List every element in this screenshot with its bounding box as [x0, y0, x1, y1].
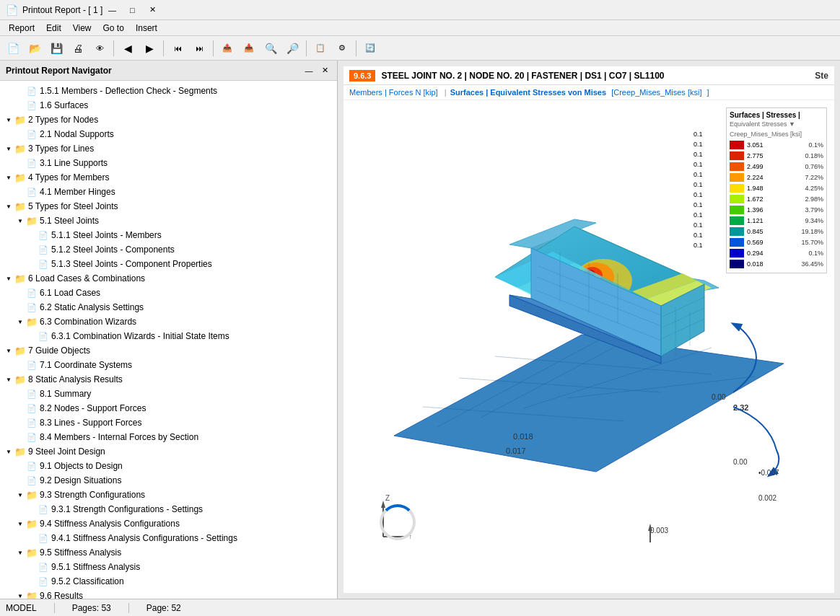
tree-item[interactable]: 📄2.1 Nodal Supports — [0, 127, 337, 141]
menu-insert[interactable]: Insert — [130, 22, 163, 35]
tree-item[interactable]: ▼📁9 Steel Joint Design — [0, 444, 337, 459]
doc-icon: 📄 — [26, 100, 38, 111]
toolbar-refresh[interactable]: 🔄 — [360, 39, 380, 58]
tree-item[interactable]: ▼📁8 Static Analysis Results — [0, 372, 337, 387]
toolbar-zoom-out[interactable]: 🔎 — [282, 39, 302, 58]
color-legend: Surfaces | Stresses | Equivalent Stresse… — [726, 107, 827, 273]
tree-toggle-icon[interactable]: ▼ — [3, 172, 14, 183]
toolbar-new[interactable]: 📄 — [3, 39, 23, 58]
tree-item[interactable]: 📄6.1 Load Cases — [0, 286, 337, 300]
close-button[interactable]: ✕ — [143, 3, 162, 17]
tree-label: 8.1 Summary — [40, 389, 91, 399]
toolbar-last[interactable]: ⏭ — [189, 39, 209, 58]
tree-toggle-icon[interactable]: ▼ — [14, 518, 26, 529]
tree-toggle-icon — [14, 302, 26, 313]
tree-item[interactable]: ▼📁3 Types for Lines — [0, 141, 337, 156]
toolbar-open[interactable]: 📂 — [25, 39, 45, 58]
toolbar-first[interactable]: ⏮ — [167, 39, 188, 58]
tree-item[interactable]: 📄5.1.1 Steel Joints - Members — [0, 228, 337, 242]
menu-edit[interactable]: Edit — [40, 22, 67, 35]
toolbar-import[interactable]: 📥 — [239, 39, 259, 58]
tree-item[interactable]: 📄9.5.2 Classification — [0, 574, 337, 589]
tree-item[interactable]: 📄9.1 Objects to Design — [0, 459, 337, 473]
menu-report[interactable]: Report — [3, 22, 40, 35]
tree-item[interactable]: 📄3.1 Line Supports — [0, 156, 337, 170]
tree-item[interactable]: 📄9.2 Design Situations — [0, 473, 337, 488]
toolbar-settings[interactable]: ⚙ — [332, 39, 352, 58]
tree-item[interactable]: ▼📁5 Types for Steel Joints — [0, 199, 337, 214]
tree-item[interactable]: 📄1.5.1 Members - Deflection Check - Segm… — [0, 84, 337, 98]
doc-icon: 📄 — [26, 128, 38, 140]
toolbar-next[interactable]: ▶ — [139, 39, 159, 58]
tree-item[interactable]: 📄5.1.3 Steel Joints - Component Properti… — [0, 257, 337, 271]
tree-item[interactable]: ▼📁9.5 Stiffness Analysis — [0, 545, 337, 560]
toolbar-save[interactable]: 💾 — [46, 39, 66, 58]
toolbar-export[interactable]: 📤 — [217, 39, 237, 58]
tree-toggle-icon — [14, 128, 26, 140]
section-badge: 9.6.3 — [349, 70, 375, 82]
tree-item[interactable]: 📄6.3.1 Combination Wizards - Initial Sta… — [0, 329, 337, 343]
page-title: STEEL JOINT NO. 2 | NODE NO. 20 | FASTEN… — [381, 71, 815, 81]
status-pages: Pages: 53 — [72, 603, 111, 613]
tree-label: 5.1 Steel Joints — [40, 216, 99, 226]
tree-item[interactable]: ▼📁7 Guide Objects — [0, 343, 337, 358]
menu-view[interactable]: View — [67, 22, 97, 35]
tree-toggle-icon[interactable]: ▼ — [14, 215, 26, 226]
tree-label: 6.3 Combination Wizards — [40, 317, 136, 327]
tree-item[interactable]: ▼📁9.6 Results — [0, 589, 337, 599]
tree-container[interactable]: 📄1.5.1 Members - Deflection Check - Segm… — [0, 81, 337, 599]
tree-label: 5.1.1 Steel Joints - Members — [51, 230, 162, 240]
maximize-button[interactable]: □ — [123, 3, 141, 17]
tree-item[interactable]: ▼📁9.3 Strength Configurations — [0, 488, 337, 502]
tree-item[interactable]: 📄9.5.1 Stiffness Analysis — [0, 560, 337, 574]
tree-item[interactable]: 📄8.3 Lines - Support Forces — [0, 415, 337, 430]
view-link-surfaces[interactable]: Surfaces | Equivalent Stresses von Mises — [450, 88, 606, 97]
doc-icon: 📄 — [26, 302, 38, 313]
tree-item[interactable]: ▼📁6.3 Combination Wizards — [0, 314, 337, 329]
tree-label: 8.4 Members - Internal Forces by Section — [40, 432, 198, 442]
tree-item[interactable]: 📄8.2 Nodes - Support Forces — [0, 401, 337, 415]
tree-toggle-icon[interactable]: ▼ — [3, 273, 14, 284]
tree-toggle-icon[interactable]: ▼ — [3, 374, 14, 385]
folder-icon: 📁 — [14, 172, 26, 183]
tree-item[interactable]: ▼📁2 Types for Nodes — [0, 113, 337, 127]
view-link-unit[interactable]: [Creep_Mises_Mises [ksi] — [611, 88, 701, 97]
minimize-button[interactable]: — — [102, 3, 121, 17]
tree-toggle-icon[interactable]: ▼ — [3, 201, 14, 212]
tree-item[interactable]: 📄8.1 Summary — [0, 387, 337, 401]
tree-item[interactable]: ▼📁5.1 Steel Joints — [0, 214, 337, 228]
tree-toggle-icon[interactable]: ▼ — [14, 547, 26, 558]
tree-toggle-icon[interactable]: ▼ — [3, 345, 14, 356]
tree-toggle-icon[interactable]: ▼ — [14, 316, 26, 327]
tree-item[interactable]: ▼📁9.4 Stiffness Analysis Configurations — [0, 516, 337, 531]
toolbar-page-setup[interactable]: 📋 — [310, 39, 331, 58]
tree-item[interactable]: 📄6.2 Static Analysis Settings — [0, 300, 337, 314]
panel-minimize-btn[interactable]: — — [302, 64, 315, 77]
tree-toggle-icon[interactable]: ▼ — [3, 114, 14, 126]
tree-label: 8.3 Lines - Support Forces — [40, 418, 141, 428]
menu-goto[interactable]: Go to — [97, 22, 130, 35]
toolbar-print[interactable]: 🖨 — [68, 39, 88, 58]
toolbar-zoom-in[interactable]: 🔍 — [261, 39, 281, 58]
tree-item[interactable]: 📄9.3.1 Strength Configurations - Setting… — [0, 502, 337, 516]
tree-toggle-icon[interactable]: ▼ — [14, 489, 26, 501]
tree-item[interactable]: ▼📁6 Load Cases & Combinations — [0, 271, 337, 286]
doc-icon: 📄 — [38, 532, 49, 544]
tree-toggle-icon[interactable]: ▼ — [3, 446, 14, 457]
tree-item[interactable]: 📄9.4.1 Stiffness Analysis Configurations… — [0, 531, 337, 545]
view-link-members[interactable]: Members | Forces N [kip] — [349, 88, 438, 97]
tree-label: 7 Guide Objects — [28, 346, 90, 356]
toolbar-print-preview[interactable]: 👁 — [89, 39, 110, 58]
panel-close-btn[interactable]: ✕ — [318, 64, 331, 77]
tree-toggle-icon[interactable]: ▼ — [14, 590, 26, 599]
tree-item[interactable]: ▼📁4 Types for Members — [0, 170, 337, 185]
tree-item[interactable]: 📄4.1 Member Hinges — [0, 185, 337, 199]
tree-item[interactable]: 📄5.1.2 Steel Joints - Components — [0, 242, 337, 257]
tree-item[interactable]: 📄8.4 Members - Internal Forces by Sectio… — [0, 430, 337, 444]
tree-toggle-icon[interactable]: ▼ — [3, 143, 14, 154]
toolbar-prev[interactable]: ◀ — [118, 39, 138, 58]
value-0018-1: 0.018 — [513, 432, 533, 441]
tree-item[interactable]: 📄7.1 Coordinate Systems — [0, 358, 337, 372]
tree-label: 9.6 Results — [40, 591, 83, 599]
tree-item[interactable]: 📄1.6 Surfaces — [0, 98, 337, 113]
